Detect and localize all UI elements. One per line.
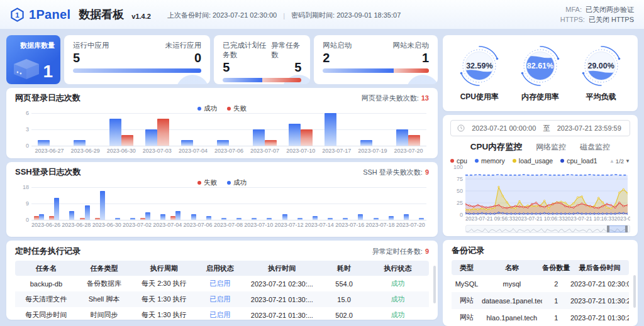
tasks-scrollbar-thumb[interactable] xyxy=(433,266,436,303)
column-header-2: 执行周期 xyxy=(131,264,197,273)
bar-失败 xyxy=(170,216,175,220)
https-value: 已关闭 HTTPS xyxy=(589,16,634,23)
bar-成功 xyxy=(85,205,90,220)
monitor-x-tick: 2023-07-21 10:06:33 xyxy=(515,215,565,222)
table-row: 网站dataease.1panel.tech12023-07-21 01:30:… xyxy=(452,292,629,309)
gauge-value: 32.59% xyxy=(457,44,501,88)
bar-成功 xyxy=(109,119,121,146)
bar-失败 xyxy=(80,218,85,220)
monitor-x-tick: 2023-07-21 09:56:33 xyxy=(465,215,515,222)
datazoom-handle-left[interactable] xyxy=(607,225,609,232)
y-tick-label: 0 xyxy=(16,143,29,149)
bar-成功 xyxy=(282,214,287,220)
tasks-table-header: 任务名任务类型执行周期启用状态执行时间耗时执行状态 xyxy=(15,261,429,276)
monitor-x-tick: 2023-07-21 10: xyxy=(614,215,630,222)
x-tick-label: 2023-06-30 xyxy=(92,222,121,228)
tab-CPU内存监控[interactable]: CPU内存监控 xyxy=(470,141,523,153)
tab-磁盘监控[interactable]: 磁盘监控 xyxy=(580,142,610,153)
bar-成功 xyxy=(145,129,157,146)
sites-down-value: 1 xyxy=(422,51,429,65)
backup-scrollbar-thumb[interactable] xyxy=(633,275,636,308)
web-login-fail: 网页登录失败次数:13 xyxy=(362,94,429,103)
bar-成功 xyxy=(328,218,333,220)
table-cell: Shell 脚本 xyxy=(77,295,131,304)
monitor-panel: 2023-07-21 00:00:00 至 2023-07-21 23:59:5… xyxy=(443,115,638,236)
cron-tasks-panel: 定时任务执行记录 异常定时任务数:9 任务名任务类型执行周期启用状态执行时间耗时… xyxy=(6,241,438,320)
ssh-login-fail-count: 9 xyxy=(425,168,429,176)
monitor-yaxis: 1007550250 xyxy=(450,166,465,215)
x-tick-label: 2023-06-26 xyxy=(31,222,60,228)
gauge-0[interactable]: 32.59%CPU使用率 xyxy=(457,44,501,102)
gauge-canvas: 32.59% xyxy=(457,44,501,88)
y-tick-label: 9 xyxy=(16,200,29,207)
bar-成功 xyxy=(236,218,242,220)
table-cell: 554.0 xyxy=(321,280,367,288)
tasks-title: 定时任务执行记录 xyxy=(15,246,80,257)
ssh-legend-失败[interactable]: 失败 xyxy=(197,178,217,187)
monitor-chart: 1007550250 xyxy=(450,166,630,215)
x-tick-label: 2023-07-18 xyxy=(365,222,394,228)
mfa-value: 已关闭两步验证 xyxy=(586,6,634,13)
table-cell: 1 xyxy=(542,297,570,305)
sites-up-label: 网站启动 xyxy=(323,41,352,50)
column-header-2: 备份数量 xyxy=(542,263,570,273)
legend-dot-icon xyxy=(560,159,564,163)
gauge-2[interactable]: 29.00%平均负载 xyxy=(579,44,623,102)
meta-separator: | xyxy=(283,12,285,19)
monitor-legend-load_usage[interactable]: load_usage xyxy=(513,157,553,165)
datazoom-window[interactable] xyxy=(607,225,628,232)
x-tick-label: 2023-06-30 xyxy=(103,148,139,154)
bar-group xyxy=(365,218,380,220)
pager-up-icon[interactable]: ▲ xyxy=(609,158,614,164)
datazoom-handle-right[interactable] xyxy=(625,225,628,232)
sites-down-label: 网站未启动 xyxy=(393,41,430,50)
legend-dot-icon xyxy=(227,181,231,185)
legend-dot-icon xyxy=(513,159,516,163)
brand-name: 1Panel xyxy=(29,8,70,22)
database-count-card[interactable]: 数据库数量 1 xyxy=(6,35,60,84)
x-tick-label: 2023-07-07 xyxy=(247,148,283,154)
gauge-1[interactable]: 82.61%内存使用率 xyxy=(518,44,562,102)
bar-成功 xyxy=(145,212,150,220)
bar-成功 xyxy=(267,218,272,220)
bar-成功 xyxy=(191,214,196,220)
date-range-picker[interactable]: 2023-07-21 00:00:00 至 2023-07-21 23:59:5… xyxy=(450,120,630,136)
monitor-legend-cpu_load1[interactable]: cpu_load1 xyxy=(560,157,597,165)
web-login-panel: 网页登录日志次数 网页登录失败次数:13 成功失败 036 2023-06-27… xyxy=(6,88,438,158)
x-tick-label: 2023-07-10 xyxy=(244,222,273,228)
svg-text:1: 1 xyxy=(15,11,19,18)
web-legend-成功[interactable]: 成功 xyxy=(197,104,217,113)
legend-dot-icon xyxy=(450,159,454,163)
bar-group xyxy=(229,218,244,220)
table-cell: 网站 xyxy=(452,296,482,305)
tasks-abnormal: 异常定时任务数:9 xyxy=(372,247,429,256)
monitor-y-tick: 50 xyxy=(457,188,463,194)
bar-group xyxy=(320,218,335,220)
table-row: backup-db备份数据库每天 2:30 执行已启用2023-07-21 02… xyxy=(15,276,429,291)
onepanel-logo-icon: 1 xyxy=(10,8,25,22)
web-legend-失败[interactable]: 失败 xyxy=(227,104,247,113)
y-tick-label: 6 xyxy=(16,110,29,116)
backup-title: 备份记录 xyxy=(452,245,484,256)
pager-count: 1/2 xyxy=(616,158,624,165)
backup-table-header: 类型名称备份数量最后备份时间 xyxy=(452,260,629,275)
monitor-legend-label: memory xyxy=(481,157,505,165)
bar-group xyxy=(77,205,92,220)
websites-card[interactable]: 网站启动 网站未启动 2 1 xyxy=(314,35,438,84)
cronjobs-card[interactable]: 已完成计划任务数 异常任务数 5 5 xyxy=(214,35,310,84)
cron-progress-blue xyxy=(223,78,262,82)
tab-网络监控[interactable]: 网络监控 xyxy=(536,142,566,153)
ssh-legend-成功[interactable]: 成功 xyxy=(227,178,247,187)
bar-group xyxy=(411,218,426,220)
datazoom-slider[interactable] xyxy=(465,225,630,233)
x-tick-label: 2023-07-20 xyxy=(396,222,425,228)
date-start-input[interactable]: 2023-07-21 00:00:00 xyxy=(470,124,538,132)
tasks-table-body: backup-db备份数据库每天 2:30 执行已启用2023-07-21 02… xyxy=(15,276,429,320)
monitor-legend-memory[interactable]: memory xyxy=(475,157,505,165)
column-header-4: 执行时间 xyxy=(243,264,321,273)
apps-progress xyxy=(73,68,201,73)
date-end-input[interactable]: 2023-07-21 23:59:59 xyxy=(555,124,624,132)
apps-card[interactable]: 运行中应用 未运行应用 5 0 xyxy=(64,35,210,84)
pager-down-icon[interactable]: ▼ xyxy=(625,158,630,164)
legend-dot-icon xyxy=(197,107,201,111)
